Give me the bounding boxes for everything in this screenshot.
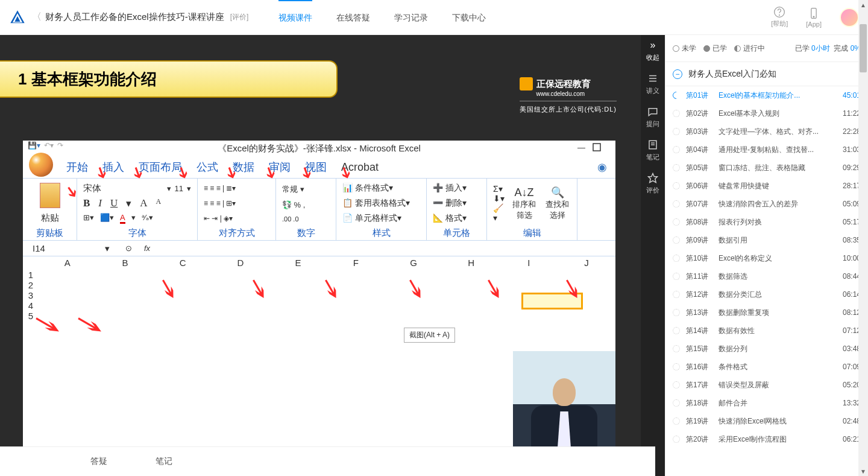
- lesson-item[interactable]: 第08讲 报表行列对换 05:17: [665, 213, 868, 231]
- style-cond: 条件格式: [355, 183, 389, 192]
- lesson-num: 第03讲: [686, 127, 712, 137]
- tab-download[interactable]: 下载中心: [440, 0, 498, 35]
- lesson-duration: 05:17: [834, 218, 861, 226]
- excel-formula-bar: I14▾ ⊙ fx: [23, 241, 615, 256]
- lesson-status-icon: [673, 255, 680, 262]
- help-button[interactable]: [帮助]: [771, 6, 788, 28]
- lesson-num: 第01讲: [686, 90, 712, 101]
- lesson-duration: 08:35: [834, 236, 861, 244]
- avatar[interactable]: [840, 8, 859, 27]
- back-icon[interactable]: 〈: [32, 11, 42, 24]
- number-format: 常规: [282, 185, 298, 194]
- status-row: 未学 已学 进行中 已学 0小时 完成 0%: [665, 35, 868, 62]
- lesson-item[interactable]: 第03讲 文字处理—字体、格式、对齐... 22:28: [665, 122, 868, 141]
- svg-point-6: [813, 16, 814, 17]
- lesson-status-icon: [673, 291, 680, 298]
- lesson-num: 第02讲: [686, 109, 712, 119]
- lesson-item[interactable]: 第10讲 Excel的名称定义 10:00: [665, 249, 868, 267]
- tab-video[interactable]: 视频课件: [266, 0, 324, 35]
- bottom-tab-note[interactable]: 笔记: [156, 456, 172, 467]
- section-title[interactable]: − 财务人员Excel入门必知: [665, 62, 868, 86]
- help-icon: [773, 6, 785, 18]
- menu-review: 审阅: [269, 160, 291, 174]
- tab-qa[interactable]: 在线答疑: [324, 0, 382, 35]
- lesson-title: Excel基本录入规则: [719, 109, 828, 119]
- lesson-item[interactable]: 第18讲 邮件合并 13:32: [665, 394, 868, 412]
- status-progress: 进行中: [734, 43, 765, 54]
- lesson-num: 第06讲: [686, 181, 712, 191]
- scroll-down-icon[interactable]: ▼: [858, 466, 868, 476]
- lesson-item[interactable]: 第12讲 数据分类汇总 06:14: [665, 285, 868, 303]
- lesson-status-icon: [673, 218, 680, 226]
- lesson-status-icon: [673, 128, 680, 135]
- lesson-title: 错误类型及屏蔽: [719, 380, 828, 390]
- cell-format: 格式: [445, 213, 462, 223]
- lesson-item[interactable]: 第19讲 快速消除Excel网格线 02:48: [665, 412, 868, 430]
- lesson-duration: 03:48: [834, 344, 861, 353]
- lesson-num: 第16讲: [686, 362, 712, 372]
- lesson-item[interactable]: 第01讲 Excel的基本框架功能介... 45:01: [665, 86, 868, 104]
- lesson-duration: 09:29: [834, 163, 861, 172]
- lesson-num: 第04讲: [686, 145, 712, 155]
- lesson-title: 窗口冻结、批注、表格隐藏: [719, 163, 828, 173]
- lesson-item[interactable]: 第04讲 通用处理-复制粘贴、查找替... 31:03: [665, 141, 868, 159]
- lesson-num: 第05讲: [686, 163, 712, 173]
- video-slide: 1 基本框架功能介绍 正保远程教育 www.cdeledu.com 美国纽交所上…: [0, 35, 641, 452]
- lesson-duration: 11:22: [834, 109, 861, 118]
- collapse-section-icon: −: [673, 69, 682, 79]
- lesson-item[interactable]: 第07讲 快速消除四舍五入的差异 05:09: [665, 195, 868, 213]
- lesson-duration: 13:32: [834, 399, 861, 407]
- lesson-title: 键盘常用快捷键: [719, 181, 828, 191]
- lesson-num: 第09讲: [686, 235, 712, 246]
- scroll-up-icon[interactable]: ▲: [858, 0, 868, 10]
- header-right: [帮助] [App]: [771, 6, 859, 28]
- lesson-status-icon: [673, 399, 680, 407]
- video-column: 1 基本框架功能介绍 正保远程教育 www.cdeledu.com 美国纽交所上…: [0, 35, 641, 476]
- nav-tabs: 视频课件 在线答疑 学习记录 下载中心: [266, 0, 498, 35]
- lesson-item[interactable]: 第05讲 窗口冻结、批注、表格隐藏 09:29: [665, 159, 868, 177]
- speaker-pip: [513, 351, 615, 448]
- eval-link[interactable]: [评价]: [230, 12, 249, 22]
- lesson-item[interactable]: 第17讲 错误类型及屏蔽 05:20: [665, 376, 868, 394]
- tab-record[interactable]: 学习记录: [382, 0, 440, 35]
- lesson-item[interactable]: 第14讲 数据有效性 07:12: [665, 322, 868, 340]
- selected-cell: [523, 294, 581, 308]
- collapse-button[interactable]: »收起: [646, 40, 659, 62]
- menu-layout: 页面布局: [139, 160, 182, 174]
- phone-icon: [808, 7, 820, 19]
- group-cells: 单元格: [433, 226, 480, 239]
- app-button[interactable]: [App]: [806, 7, 822, 28]
- lesson-item[interactable]: 第15讲 数据分列 03:48: [665, 340, 868, 358]
- lecture-button[interactable]: 讲义: [646, 73, 659, 95]
- video-area[interactable]: 1 基本框架功能介绍 正保远程教育 www.cdeledu.com 美国纽交所上…: [0, 35, 641, 452]
- lesson-item[interactable]: 第20讲 采用Excel制作流程图 06:21: [665, 430, 868, 448]
- rate-button[interactable]: 评价: [646, 173, 659, 195]
- scrollbar-thumb[interactable]: [860, 24, 867, 72]
- lesson-title: 邮件合并: [719, 398, 828, 408]
- rate-label: 评价: [646, 186, 659, 195]
- scrollbar[interactable]: ▲ ▼: [858, 0, 868, 476]
- chat-icon: [647, 106, 658, 117]
- bottom-tab-qa[interactable]: 答疑: [90, 456, 107, 467]
- lesson-title: 数据有效性: [719, 326, 828, 336]
- note-button[interactable]: 笔记: [646, 139, 659, 162]
- ask-label: 提问: [646, 119, 659, 129]
- lesson-title: 报表行列对换: [719, 217, 828, 227]
- ask-button[interactable]: 提问: [646, 106, 659, 129]
- minimize-icon: —: [577, 143, 585, 152]
- status-not-started: 未学: [673, 43, 696, 54]
- lesson-item[interactable]: 第09讲 数据引用 08:35: [665, 231, 868, 249]
- lesson-item[interactable]: 第11讲 数据筛选 08:44: [665, 267, 868, 285]
- lesson-title: 数据分列: [719, 344, 828, 354]
- group-align: 对齐方式: [204, 226, 269, 239]
- lesson-item[interactable]: 第13讲 数据删除重复项 08:12: [665, 303, 868, 322]
- lesson-item[interactable]: 第16讲 条件格式 07:09: [665, 358, 868, 376]
- excel-menu: 开始 插入 页面布局 公式 数据 审阅 视图 Acrobat ◉: [23, 156, 615, 178]
- menu-view: 视图: [305, 160, 327, 174]
- menu-formula: 公式: [197, 160, 218, 174]
- lesson-num: 第18讲: [686, 398, 712, 408]
- lesson-item[interactable]: 第06讲 键盘常用快捷键 28:17: [665, 177, 868, 195]
- brand-url: www.cdeledu.com: [536, 90, 617, 97]
- lesson-item[interactable]: 第02讲 Excel基本录入规则 11:22: [665, 104, 868, 122]
- lesson-num: 第14讲: [686, 326, 712, 336]
